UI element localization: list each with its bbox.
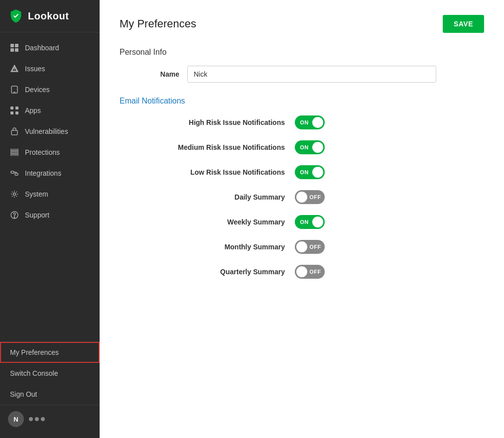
sidebar-item-dashboard[interactable]: Dashboard <box>0 37 100 58</box>
toggle-label-monthly-summary: Monthly Summary <box>225 243 285 251</box>
user-dot-1 <box>29 417 33 421</box>
svg-rect-3 <box>15 48 18 52</box>
sidebar-item-switch-console[interactable]: Switch Console <box>0 363 100 384</box>
toggle-knob <box>296 241 307 252</box>
toggle-quarterly-summary[interactable]: OFF <box>295 265 325 279</box>
sidebar: Lookout Dashboard Issues Devices <box>0 0 100 438</box>
toggle-low-risk[interactable]: ON <box>295 165 325 179</box>
toggle-knob <box>312 217 323 227</box>
toggle-label-high-risk: High Risk Issue Notifications <box>189 118 285 126</box>
svg-rect-9 <box>10 111 13 114</box>
toggle-medium-risk[interactable]: ON <box>295 140 325 154</box>
sidebar-item-label: Devices <box>25 86 50 94</box>
svg-rect-8 <box>15 107 18 110</box>
system-icon <box>10 190 19 199</box>
toggle-state-text: ON <box>300 169 309 175</box>
sidebar-item-label: Protections <box>25 148 60 156</box>
toggle-label-low-risk: Low Risk Issue Notifications <box>190 168 285 176</box>
personal-info-title: Personal Info <box>120 48 484 57</box>
toggle-state-text: OFF <box>309 244 321 250</box>
user-row: N <box>0 405 100 433</box>
toggle-knob <box>312 142 323 153</box>
toggle-monthly-summary[interactable]: OFF <box>295 240 325 254</box>
toggle-label-daily-summary: Daily Summary <box>235 193 285 201</box>
logo-text: Lookout <box>28 10 69 22</box>
sidebar-item-label: Vulnerabilities <box>25 127 68 135</box>
sidebar-item-sign-out[interactable]: Sign Out <box>0 384 100 405</box>
vulnerabilities-icon <box>10 127 19 136</box>
toggle-row-quarterly-summary: Quarterly Summary OFF <box>120 265 484 279</box>
svg-rect-1 <box>15 44 18 47</box>
issues-icon <box>10 64 19 73</box>
sidebar-item-system[interactable]: System <box>0 184 100 205</box>
sidebar-bottom: My Preferences Switch Console Sign Out N <box>0 341 100 438</box>
lookout-shield-icon <box>9 9 23 23</box>
sidebar-item-label: Support <box>25 211 49 219</box>
svg-point-21 <box>14 217 14 218</box>
main-header: My Preferences SAVE <box>120 15 484 33</box>
svg-rect-10 <box>15 111 18 114</box>
toggle-label-medium-risk: Medium Risk Issue Notifications <box>178 143 285 151</box>
svg-rect-15 <box>11 171 14 173</box>
toggle-row-weekly-summary: Weekly Summary ON <box>120 215 484 229</box>
save-button[interactable]: SAVE <box>443 15 484 33</box>
user-dot-3 <box>41 417 45 421</box>
toggle-state-text: ON <box>300 119 309 125</box>
toggle-weekly-summary[interactable]: ON <box>295 215 325 229</box>
user-dot-2 <box>35 417 39 421</box>
sidebar-item-issues[interactable]: Issues <box>0 58 100 79</box>
name-input[interactable] <box>187 66 436 83</box>
personal-info-section: Personal Info Name <box>120 48 484 83</box>
main-content: My Preferences SAVE Personal Info Name E… <box>100 0 504 438</box>
email-notifications-title: Email Notifications <box>120 97 484 106</box>
page-title: My Preferences <box>120 17 196 30</box>
sign-out-label: Sign Out <box>10 390 37 398</box>
toggle-knob <box>312 167 323 178</box>
svg-rect-12 <box>10 149 18 150</box>
my-preferences-label: My Preferences <box>10 348 59 356</box>
sidebar-item-support[interactable]: Support <box>0 205 100 225</box>
toggle-knob <box>312 117 323 128</box>
user-info-dots <box>29 417 45 421</box>
sidebar-item-label: Apps <box>25 107 41 114</box>
toggle-row-monthly-summary: Monthly Summary OFF <box>120 240 484 254</box>
toggle-knob <box>296 266 307 277</box>
avatar: N <box>8 411 24 427</box>
toggle-label-quarterly-summary: Quarterly Summary <box>220 268 285 276</box>
svg-rect-2 <box>10 48 14 52</box>
toggle-state-text: OFF <box>309 194 321 200</box>
apps-icon <box>10 106 19 115</box>
svg-rect-16 <box>15 173 18 175</box>
toggle-state-text: OFF <box>309 269 321 275</box>
sidebar-item-label: Integrations <box>25 169 61 177</box>
logo-area: Lookout <box>0 0 100 32</box>
toggle-high-risk[interactable]: ON <box>295 115 325 129</box>
toggle-row-high-risk: High Risk Issue Notifications ON <box>120 115 484 129</box>
sidebar-item-protections[interactable]: Protections <box>0 142 100 163</box>
svg-point-4 <box>14 70 15 71</box>
sidebar-item-integrations[interactable]: Integrations <box>0 163 100 184</box>
sidebar-item-devices[interactable]: Devices <box>0 79 100 100</box>
integrations-icon <box>10 169 19 178</box>
toggle-row-low-risk: Low Risk Issue Notifications ON <box>120 165 484 179</box>
toggle-label-weekly-summary: Weekly Summary <box>227 218 285 226</box>
toggle-row-medium-risk: Medium Risk Issue Notifications ON <box>120 140 484 154</box>
toggle-daily-summary[interactable]: OFF <box>295 190 325 204</box>
email-notifications-section: Email Notifications High Risk Issue Noti… <box>120 97 484 279</box>
sidebar-item-label: Issues <box>25 65 45 73</box>
protections-icon <box>10 148 19 157</box>
svg-rect-11 <box>11 130 17 135</box>
svg-rect-14 <box>10 154 18 156</box>
dashboard-icon <box>10 43 19 52</box>
toggle-state-text: ON <box>300 144 309 150</box>
support-icon <box>10 211 19 219</box>
sidebar-item-my-preferences[interactable]: My Preferences <box>0 342 100 363</box>
svg-point-19 <box>13 193 16 196</box>
toggle-knob <box>296 192 307 203</box>
sidebar-item-vulnerabilities[interactable]: Vulnerabilities <box>0 121 100 142</box>
svg-rect-13 <box>10 152 18 153</box>
sidebar-item-apps[interactable]: Apps <box>0 100 100 121</box>
toggle-row-daily-summary: Daily Summary OFF <box>120 190 484 204</box>
toggle-state-text: ON <box>300 219 309 225</box>
switch-console-label: Switch Console <box>10 369 58 377</box>
